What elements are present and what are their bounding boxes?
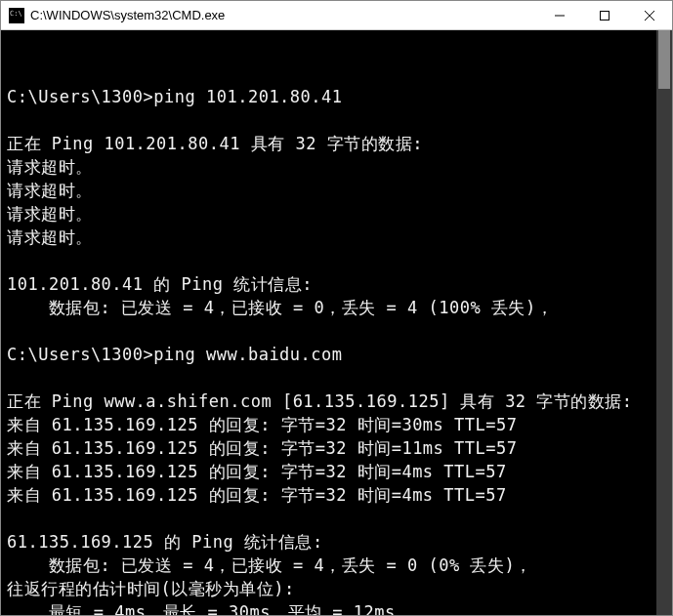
ping-timeout: 请求超时。 (7, 204, 93, 224)
close-button[interactable] (627, 1, 672, 29)
ping-stats-header: 61.135.169.125 的 Ping 统计信息: (7, 532, 323, 552)
cmd-window: C:\WINDOWS\system32\CMD.exe C:\Users\130… (0, 0, 673, 616)
svg-rect-1 (601, 11, 610, 20)
prompt: C:\Users\1300> (7, 345, 153, 364)
blank-line (7, 63, 18, 83)
prompt: C:\Users\1300> (7, 87, 153, 106)
minimize-icon (555, 11, 565, 21)
titlebar[interactable]: C:\WINDOWS\system32\CMD.exe (1, 1, 672, 30)
terminal-output[interactable]: C:\Users\1300>ping 101.201.80.41 正在 Ping… (1, 30, 656, 615)
cmd-icon (9, 8, 24, 23)
ping-rtt-header: 往返行程的估计时间(以毫秒为单位): (7, 579, 295, 598)
ping-reply: 来自 61.135.169.125 的回复: 字节=32 时间=4ms TTL=… (7, 462, 507, 481)
ping-reply: 来自 61.135.169.125 的回复: 字节=32 时间=4ms TTL=… (7, 485, 507, 505)
terminal-area: C:\Users\1300>ping 101.201.80.41 正在 Ping… (1, 30, 672, 615)
ping-reply: 来自 61.135.169.125 的回复: 字节=32 时间=30ms TTL… (7, 415, 518, 434)
scrollbar[interactable] (656, 30, 672, 615)
ping-timeout: 请求超时。 (7, 227, 93, 247)
scroll-thumb[interactable] (658, 30, 670, 89)
window-controls (537, 1, 672, 29)
ping-timeout: 请求超时。 (7, 157, 93, 177)
command-text: ping www.baidu.com (153, 345, 342, 364)
ping-stats-packets: 数据包: 已发送 = 4，已接收 = 4，丢失 = 0 (0% 丢失)， (7, 555, 532, 575)
maximize-button[interactable] (582, 1, 627, 29)
window-title: C:\WINDOWS\system32\CMD.exe (30, 8, 537, 22)
ping-stats-packets: 数据包: 已发送 = 4，已接收 = 0，丢失 = 4 (100% 丢失)， (7, 298, 553, 317)
command-text: ping 101.201.80.41 (153, 87, 342, 106)
ping-rtt-values: 最短 = 4ms，最长 = 30ms，平均 = 12ms (7, 602, 396, 615)
maximize-icon (600, 11, 610, 21)
ping-header: 正在 Ping www.a.shifen.com [61.135.169.125… (7, 391, 633, 411)
close-icon (645, 11, 654, 21)
ping-stats-header: 101.201.80.41 的 Ping 统计信息: (7, 274, 313, 294)
ping-reply: 来自 61.135.169.125 的回复: 字节=32 时间=11ms TTL… (7, 438, 518, 458)
ping-header: 正在 Ping 101.201.80.41 具有 32 字节的数据: (7, 134, 423, 153)
ping-timeout: 请求超时。 (7, 181, 93, 200)
minimize-button[interactable] (537, 1, 582, 29)
